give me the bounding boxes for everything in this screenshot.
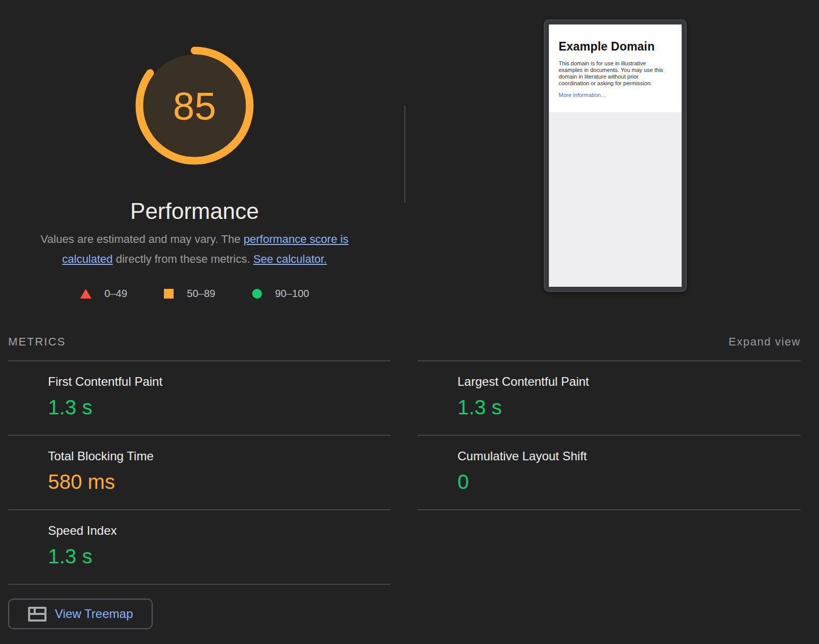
score-scale-legend: 0–49 50–89 90–100 [0,288,389,300]
metric-largest-contentful-paint: Largest Contentful Paint 1.3 s [418,360,801,435]
average-square-icon [23,452,25,461]
disclaimer-text: directly from these metrics. [113,253,253,265]
metric-name: Total Blocking Time [48,448,391,464]
metric-name: Largest Contentful Paint [457,374,801,390]
lighthouse-performance-report: { "gauge": { "score": "85", "title": "Pe… [0,0,819,644]
metric-value: 1.3 s [48,395,391,419]
metrics-column-right: Largest Contentful Paint 1.3 s Cumulativ… [418,360,801,510]
scale-item-poor: 0–49 [80,288,128,300]
metric-value: 580 ms [48,469,391,494]
scale-range-label: 90–100 [275,288,309,300]
scale-range-label: 0–49 [105,288,128,300]
scale-item-average: 50–89 [164,288,215,300]
vertical-divider [404,106,405,203]
metric-value: 1.3 s [48,544,391,568]
metric-name: Speed Index [48,523,391,539]
scale-item-good: 90–100 [252,288,309,300]
treemap-icon [28,607,46,622]
disclaimer-text: Values are estimated and may vary. The [41,233,244,245]
metric-name: First Contentful Paint [48,374,391,390]
screenshot-content: Example Domain This domain is for use in… [549,24,682,112]
poor-triangle-icon [80,289,91,299]
treemap-button-row: View Treemap [8,584,391,629]
metric-first-contentful-paint: First Contentful Paint 1.3 s [8,360,391,435]
performance-gauge: 85 [131,42,258,169]
divider [418,509,801,510]
screenshot-body-background [549,112,682,287]
expand-view-button[interactable]: Expand view [729,335,801,349]
gauge-score-value: 85 [131,42,258,169]
see-calculator-link[interactable]: See calculator. [253,253,327,265]
metrics-header: METRICS Expand view [8,329,801,355]
scale-range-label: 50–89 [187,288,215,300]
metric-speed-index: Speed Index 1.3 s [8,509,391,584]
view-treemap-button[interactable]: View Treemap [8,599,153,629]
average-square-icon [164,289,174,299]
treemap-button-label: View Treemap [55,607,133,621]
category-title: Performance [0,199,389,224]
metrics-section-title: METRICS [8,335,66,349]
metric-cumulative-layout-shift: Cumulative Layout Shift 0 [418,435,801,509]
metric-value: 1.3 s [457,395,801,419]
metrics-column-left: First Contentful Paint 1.3 s Total Block… [8,360,391,629]
screenshot-page: Example Domain This domain is for use in… [549,24,682,287]
good-circle-icon [252,289,262,299]
final-screenshot-thumbnail: Example Domain This domain is for use in… [544,19,687,292]
metric-name: Cumulative Layout Shift [457,448,801,464]
score-disclaimer: Values are estimated and may vary. The p… [26,229,363,269]
metric-total-blocking-time: Total Blocking Time 580 ms [8,435,391,509]
screenshot-heading: Example Domain [559,40,671,54]
screenshot-more-info-link: More information... [559,92,606,98]
screenshot-paragraph: This domain is for use in illustrative e… [559,60,670,87]
metric-value: 0 [457,469,801,494]
